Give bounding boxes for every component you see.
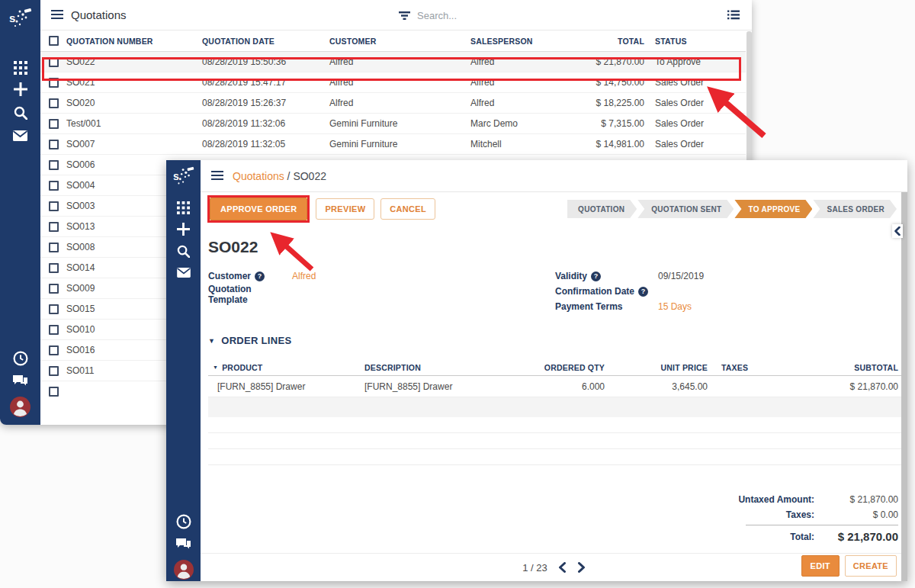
order-lines-table: ▼PRODUCT DESCRIPTION ORDERED QTY UNIT PR… bbox=[208, 359, 901, 465]
table-row-so022[interactable]: SO022 08/28/2019 15:50:36 Alfred Alfred … bbox=[40, 52, 746, 72]
cell-status: Sales Order bbox=[644, 98, 746, 108]
field-confirmation-date: Confirmation Date? bbox=[555, 284, 901, 299]
preview-button[interactable]: PREVIEW bbox=[316, 198, 374, 220]
cell-ordered-qty: 6.000 bbox=[528, 381, 605, 392]
help-icon[interactable]: ? bbox=[591, 272, 601, 281]
help-icon[interactable]: ? bbox=[638, 287, 648, 297]
edit-button[interactable]: EDIT bbox=[801, 555, 840, 577]
order-line-row[interactable]: [FURN_8855] Drawer [FURN_8855] Drawer 6.… bbox=[208, 376, 901, 397]
help-icon[interactable]: ? bbox=[255, 272, 265, 281]
search-input[interactable] bbox=[417, 10, 531, 21]
table-row-so021[interactable]: SO021 08/28/2019 15:47:17 Alfred Alfred … bbox=[40, 72, 746, 93]
form-topbar: Quotations / SO022 bbox=[201, 160, 907, 192]
payment-terms-value-link[interactable]: 15 Days bbox=[658, 301, 692, 312]
row-checkbox[interactable] bbox=[49, 366, 59, 376]
table-row-so007[interactable]: SO007 08/28/2019 11:32:05 Gemini Furnitu… bbox=[40, 134, 746, 155]
table-row-test001[interactable]: Test/001 08/28/2019 11:32:06 Gemini Furn… bbox=[40, 114, 746, 134]
row-checkbox[interactable] bbox=[49, 78, 59, 88]
col-header-customer[interactable]: CUSTOMER bbox=[329, 37, 470, 46]
validity-value[interactable]: 09/15/2019 bbox=[658, 271, 704, 281]
cell-customer: Alfred bbox=[329, 77, 470, 88]
create-button[interactable]: CREATE bbox=[845, 555, 897, 577]
cell-total: $ 21,870.00 bbox=[570, 56, 644, 67]
row-checkbox[interactable] bbox=[49, 57, 59, 67]
cell-number: SO007 bbox=[66, 139, 202, 149]
user-avatar[interactable] bbox=[166, 560, 201, 580]
menu-hamburger-icon[interactable] bbox=[211, 169, 223, 183]
row-checkbox[interactable] bbox=[49, 201, 59, 211]
cell-date: 08/28/2019 11:32:05 bbox=[202, 139, 329, 149]
menu-hamburger-icon[interactable] bbox=[51, 8, 63, 22]
user-avatar[interactable] bbox=[0, 397, 40, 417]
row-checkbox[interactable] bbox=[49, 243, 59, 252]
row-checkbox[interactable] bbox=[49, 160, 59, 170]
row-checkbox[interactable] bbox=[49, 181, 59, 191]
order-line-empty-highlight[interactable] bbox=[208, 397, 901, 417]
cell-date: 08/28/2019 15:47:17 bbox=[202, 77, 329, 88]
stage-quotation-sent[interactable]: QUOTATION SENT bbox=[637, 200, 734, 218]
col-header-quotation-number[interactable]: QUOTATION NUMBER bbox=[66, 37, 202, 46]
row-checkbox[interactable] bbox=[49, 98, 59, 108]
stage-quotation[interactable]: QUOTATION bbox=[567, 200, 637, 218]
col-header-quotation-date[interactable]: QUOTATION DATE bbox=[202, 37, 329, 46]
untaxed-amount-row: Untaxed Amount: $ 21,870.00 bbox=[669, 494, 898, 505]
chat-icon[interactable] bbox=[166, 538, 201, 551]
chat-icon[interactable] bbox=[0, 374, 40, 387]
mail-icon[interactable] bbox=[166, 268, 201, 278]
row-checkbox[interactable] bbox=[49, 387, 59, 397]
col-header-total[interactable]: TOTAL bbox=[570, 37, 644, 46]
stage-to-approve[interactable]: TO APPROVE bbox=[734, 200, 812, 218]
row-checkbox[interactable] bbox=[49, 263, 59, 273]
activity-clock-icon[interactable] bbox=[166, 514, 201, 529]
row-checkbox[interactable] bbox=[49, 325, 59, 335]
order-line-empty bbox=[208, 417, 901, 433]
customer-value-link[interactable]: Alfred bbox=[292, 271, 316, 281]
cell-date: 08/28/2019 15:26:37 bbox=[202, 98, 329, 108]
row-checkbox[interactable] bbox=[49, 284, 59, 294]
search-icon[interactable] bbox=[0, 106, 40, 120]
pager-next-icon[interactable] bbox=[577, 562, 586, 573]
col-header-salesperson[interactable]: SALESPERSON bbox=[470, 37, 570, 46]
totals-block: Untaxed Amount: $ 21,870.00 Taxes: $ 0.0… bbox=[669, 494, 898, 543]
apps-grid-icon[interactable] bbox=[166, 201, 201, 214]
create-plus-icon[interactable] bbox=[0, 82, 40, 96]
table-row-so020[interactable]: SO020 08/28/2019 15:26:37 Alfred Alfred … bbox=[40, 93, 746, 114]
cancel-button[interactable]: CANCEL bbox=[380, 198, 435, 220]
total-label: Total: bbox=[790, 532, 814, 542]
mail-icon[interactable] bbox=[0, 130, 40, 141]
list-view-icon[interactable] bbox=[727, 9, 740, 23]
quotation-sheet: SO022 Customer? Alfred Quotation Templat… bbox=[201, 226, 901, 561]
col-header-description[interactable]: DESCRIPTION bbox=[364, 363, 528, 372]
pager-previous-icon[interactable] bbox=[558, 562, 567, 573]
search-bar[interactable] bbox=[399, 0, 531, 31]
create-plus-icon[interactable] bbox=[166, 223, 201, 236]
app-logo[interactable]: s bbox=[166, 165, 201, 188]
row-checkbox[interactable] bbox=[49, 345, 59, 355]
col-header-taxes[interactable]: TAXES bbox=[708, 363, 791, 372]
row-checkbox[interactable] bbox=[49, 304, 59, 314]
stage-sales-order[interactable]: SALES ORDER bbox=[813, 200, 897, 218]
app-logo[interactable]: s bbox=[0, 6, 40, 31]
page-title: Quotations bbox=[71, 8, 127, 21]
cell-salesperson: Alfred bbox=[470, 77, 570, 88]
search-icon[interactable] bbox=[166, 245, 201, 258]
form-scrollbar[interactable] bbox=[901, 192, 907, 581]
col-header-subtotal[interactable]: SUBTOTAL bbox=[791, 363, 901, 372]
cell-customer: Gemini Furniture bbox=[329, 118, 470, 129]
activity-clock-icon[interactable] bbox=[0, 351, 40, 366]
col-header-unit-price[interactable]: UNIT PRICE bbox=[605, 363, 708, 372]
order-lines-section-toggle[interactable]: ▼ ORDER LINES bbox=[208, 335, 901, 346]
field-validity: Validity? 09/15/2019 bbox=[555, 268, 901, 284]
approve-order-button[interactable]: APPROVE ORDER bbox=[210, 198, 307, 220]
apps-grid-icon[interactable] bbox=[0, 61, 40, 75]
row-checkbox[interactable] bbox=[49, 119, 59, 129]
select-all-checkbox[interactable] bbox=[49, 36, 59, 46]
col-header-status[interactable]: STATUS bbox=[644, 37, 746, 46]
row-checkbox[interactable] bbox=[49, 222, 59, 232]
collapse-panel-chevron-icon[interactable] bbox=[892, 224, 903, 238]
breadcrumb-quotations-link[interactable]: Quotations bbox=[233, 170, 284, 182]
col-header-product[interactable]: PRODUCT bbox=[222, 363, 262, 372]
cell-total: $ 18,225.00 bbox=[570, 98, 644, 108]
col-header-ordered-qty[interactable]: ORDERED QTY bbox=[528, 363, 605, 372]
row-checkbox[interactable] bbox=[49, 140, 59, 149]
